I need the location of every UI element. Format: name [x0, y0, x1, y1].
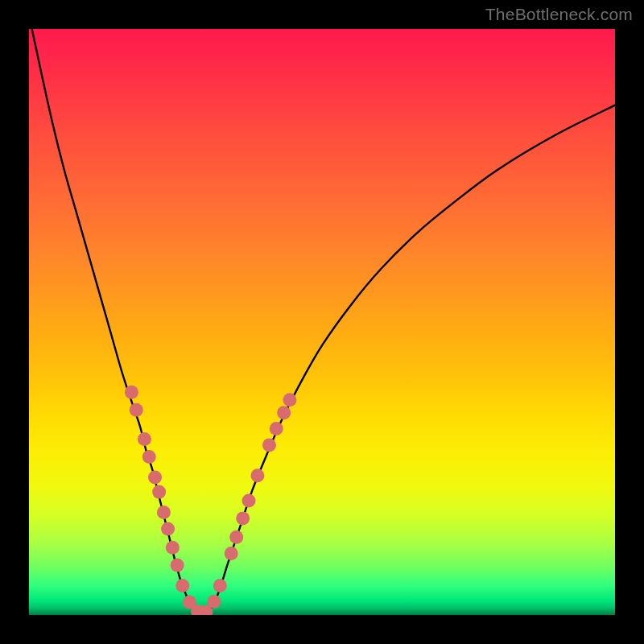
watermark-text: TheBottleneck.com — [485, 5, 633, 24]
data-marker — [142, 450, 156, 464]
data-marker — [166, 541, 180, 555]
chart-frame: TheBottleneck.com — [0, 0, 644, 644]
data-marker — [175, 579, 189, 592]
data-marker — [161, 522, 175, 535]
data-marker — [213, 579, 227, 592]
data-marker — [250, 469, 264, 482]
data-marker — [125, 386, 138, 399]
data-marker — [277, 406, 291, 419]
data-marker — [236, 511, 250, 525]
data-marker — [138, 432, 151, 446]
data-marker — [152, 485, 166, 499]
data-marker — [283, 393, 296, 407]
data-markers — [125, 386, 297, 615]
curve-svg — [29, 29, 615, 615]
data-marker — [148, 470, 162, 484]
data-marker — [208, 595, 221, 609]
data-marker — [225, 547, 238, 560]
data-marker — [130, 403, 143, 417]
data-marker — [262, 438, 276, 452]
data-marker — [242, 494, 256, 508]
data-marker — [229, 530, 243, 544]
data-marker — [270, 422, 283, 436]
bottleneck-curve — [32, 29, 615, 615]
data-marker — [171, 559, 184, 572]
plot-area — [29, 29, 615, 615]
data-marker — [157, 506, 171, 519]
